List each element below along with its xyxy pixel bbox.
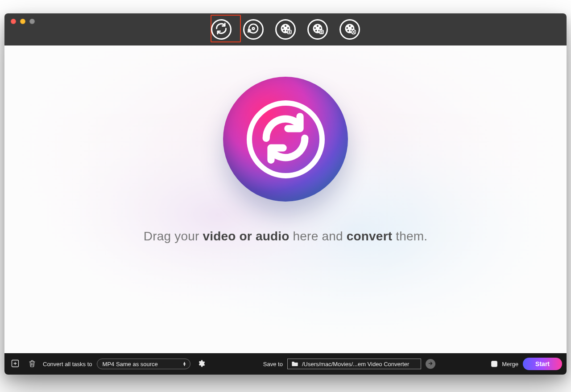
- window-zoom-button[interactable]: [29, 19, 35, 24]
- drop-hint: Drag your video or audio here and conver…: [144, 229, 428, 243]
- folder-icon: [291, 360, 298, 368]
- drop-hint-p1: Drag your: [144, 229, 203, 243]
- drop-hint-p3: them.: [392, 229, 427, 243]
- save-path-value: /Users/mac/Movies/...em Video Converter: [302, 361, 409, 367]
- output-format-select[interactable]: MP4 Same as source ▲▼: [97, 359, 190, 369]
- gear-icon: [197, 359, 205, 369]
- convert-icon: [215, 22, 228, 37]
- svg-point-19: [352, 27, 353, 29]
- open-save-folder-button[interactable]: [426, 359, 435, 369]
- svg-point-6: [283, 30, 285, 32]
- trash-icon: [28, 359, 36, 369]
- edit-tab[interactable]: [307, 19, 328, 40]
- output-settings-button[interactable]: [195, 358, 207, 370]
- merge-label: Merge: [502, 361, 518, 367]
- top-tabs: [211, 19, 360, 40]
- output-format-value: MP4 Same as source: [103, 361, 158, 367]
- svg-point-10: [317, 25, 319, 27]
- svg-point-12: [319, 27, 321, 29]
- disc-icon: [247, 22, 260, 37]
- start-button-label: Start: [535, 360, 550, 367]
- svg-point-18: [346, 27, 348, 29]
- convert-all-label: Convert all tasks to: [43, 361, 92, 367]
- traffic-lights: [11, 19, 35, 24]
- footer-bar: Convert all tasks to MP4 Same as source …: [4, 353, 567, 375]
- app-window: Drag your video or audio here and conver…: [4, 13, 567, 375]
- updown-icon: ▲▼: [182, 362, 187, 366]
- start-button[interactable]: Start: [523, 358, 562, 370]
- convert-tab[interactable]: [211, 19, 232, 40]
- download-tab[interactable]: [275, 19, 296, 40]
- arrow-right-icon: [428, 361, 433, 367]
- reel-tools-icon: [343, 22, 356, 37]
- svg-point-3: [285, 25, 286, 27]
- svg-point-5: [287, 27, 289, 29]
- titlebar: [4, 13, 567, 45]
- drop-hint-b1: video or audio: [203, 229, 289, 243]
- drop-hint-p2: here and: [290, 229, 347, 243]
- svg-point-20: [348, 30, 349, 32]
- plus-icon: [11, 359, 20, 369]
- drop-zone[interactable]: Drag your video or audio here and conver…: [4, 45, 567, 353]
- toolbox-tab[interactable]: [339, 19, 360, 40]
- reel-edit-icon: [311, 22, 324, 37]
- save-to-label: Save to: [263, 361, 283, 367]
- reel-download-icon: [279, 22, 292, 37]
- svg-point-1: [252, 28, 255, 30]
- rip-tab[interactable]: [243, 19, 264, 40]
- drop-hint-b2: convert: [347, 229, 393, 243]
- svg-point-17: [349, 25, 351, 27]
- svg-point-4: [282, 27, 284, 29]
- window-close-button[interactable]: [11, 19, 16, 24]
- save-path-field[interactable]: /Users/mac/Movies/...em Video Converter: [287, 359, 421, 369]
- clear-list-button[interactable]: [26, 358, 38, 370]
- refresh-arrows-icon: [257, 109, 314, 169]
- add-file-button[interactable]: [9, 358, 21, 370]
- svg-point-13: [315, 30, 317, 32]
- convert-hero-icon: [223, 77, 348, 202]
- merge-checkbox[interactable]: [491, 361, 497, 367]
- convert-hero-ring: [247, 100, 325, 178]
- svg-point-0: [249, 24, 258, 33]
- svg-point-11: [314, 27, 316, 29]
- window-minimize-button[interactable]: [20, 19, 25, 24]
